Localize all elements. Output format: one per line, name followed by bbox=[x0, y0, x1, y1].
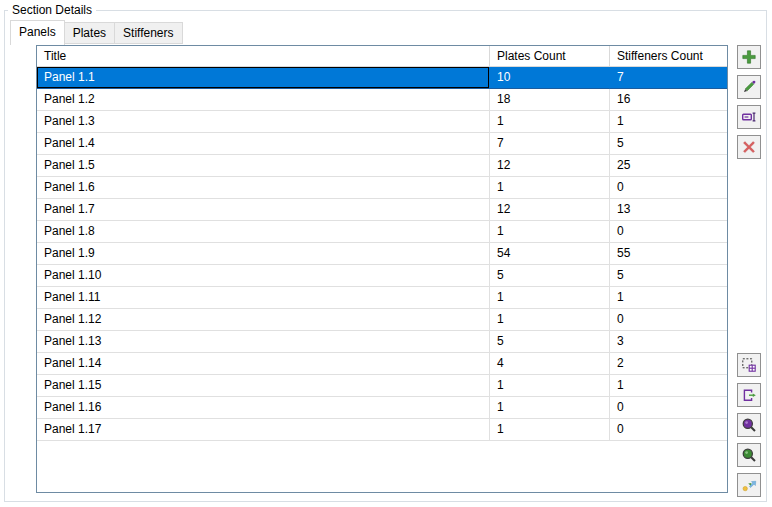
cell-stiffeners[interactable]: 1 bbox=[610, 111, 727, 133]
table-row[interactable]: Panel 1.610 bbox=[37, 177, 727, 199]
table-row[interactable]: Panel 1.71213 bbox=[37, 199, 727, 221]
export-arrow-icon bbox=[741, 387, 757, 403]
table-row[interactable]: Panel 1.311 bbox=[37, 111, 727, 133]
table-row[interactable]: Panel 1.1353 bbox=[37, 331, 727, 353]
tab-stiffeners[interactable]: Stiffeners bbox=[115, 22, 182, 44]
cell-title[interactable]: Panel 1.5 bbox=[37, 155, 490, 177]
cell-plates[interactable]: 7 bbox=[490, 133, 610, 155]
edit-button[interactable] bbox=[737, 75, 761, 99]
delete-button[interactable] bbox=[737, 135, 761, 159]
cell-stiffeners[interactable]: 55 bbox=[610, 243, 727, 265]
cell-plates[interactable]: 1 bbox=[490, 419, 610, 441]
cell-title[interactable]: Panel 1.16 bbox=[37, 397, 490, 419]
rename-text-cursor-icon bbox=[741, 109, 757, 125]
cell-title[interactable]: Panel 1.4 bbox=[37, 133, 490, 155]
table-row[interactable]: Panel 1.475 bbox=[37, 133, 727, 155]
cell-stiffeners[interactable]: 0 bbox=[610, 309, 727, 331]
cell-stiffeners[interactable]: 2 bbox=[610, 353, 727, 375]
cell-stiffeners[interactable]: 13 bbox=[610, 199, 727, 221]
cell-plates[interactable]: 1 bbox=[490, 375, 610, 397]
magnifier-green-icon bbox=[741, 447, 757, 463]
cell-plates[interactable]: 1 bbox=[490, 111, 610, 133]
cell-title[interactable]: Panel 1.17 bbox=[37, 419, 490, 441]
zoom-fit-button[interactable] bbox=[737, 443, 761, 467]
cell-plates[interactable]: 1 bbox=[490, 397, 610, 419]
cell-stiffeners[interactable]: 16 bbox=[610, 89, 727, 111]
cell-title[interactable]: Panel 1.13 bbox=[37, 331, 490, 353]
cell-stiffeners[interactable]: 25 bbox=[610, 155, 727, 177]
cell-plates[interactable]: 1 bbox=[490, 309, 610, 331]
cell-stiffeners[interactable]: 0 bbox=[610, 221, 727, 243]
column-header-plates-count[interactable]: Plates Count bbox=[490, 46, 610, 67]
cell-title[interactable]: Panel 1.14 bbox=[37, 353, 490, 375]
pencil-icon bbox=[741, 79, 757, 95]
cell-stiffeners[interactable]: 5 bbox=[610, 133, 727, 155]
groupbox-title: Section Details bbox=[8, 3, 96, 17]
select-region-button[interactable] bbox=[737, 353, 761, 377]
cell-stiffeners[interactable]: 1 bbox=[610, 287, 727, 309]
cell-plates[interactable]: 4 bbox=[490, 353, 610, 375]
cell-title[interactable]: Panel 1.15 bbox=[37, 375, 490, 397]
tab-plates[interactable]: Plates bbox=[65, 22, 115, 44]
cell-stiffeners[interactable]: 3 bbox=[610, 331, 727, 353]
column-header-title[interactable]: Title bbox=[37, 46, 490, 67]
cell-title[interactable]: Panel 1.11 bbox=[37, 287, 490, 309]
rename-button[interactable] bbox=[737, 105, 761, 129]
table-row[interactable]: Panel 1.1107 bbox=[37, 67, 727, 89]
table-row[interactable]: Panel 1.1511 bbox=[37, 375, 727, 397]
cell-stiffeners[interactable]: 1 bbox=[610, 375, 727, 397]
cell-title[interactable]: Panel 1.1 bbox=[37, 67, 490, 89]
cell-stiffeners[interactable]: 0 bbox=[610, 397, 727, 419]
selection-grid-icon bbox=[741, 357, 757, 373]
cell-title[interactable]: Panel 1.7 bbox=[37, 199, 490, 221]
cell-plates[interactable]: 10 bbox=[490, 67, 610, 89]
tab-panels[interactable]: Panels bbox=[10, 20, 65, 45]
add-button[interactable] bbox=[737, 45, 761, 69]
table-row[interactable]: Panel 1.1442 bbox=[37, 353, 727, 375]
cell-title[interactable]: Panel 1.2 bbox=[37, 89, 490, 111]
table-row[interactable]: Panel 1.95455 bbox=[37, 243, 727, 265]
cell-plates[interactable]: 5 bbox=[490, 265, 610, 287]
section-details-panel: Section Details PanelsPlatesStiffeners T… bbox=[0, 0, 772, 507]
export-button[interactable] bbox=[737, 383, 761, 407]
cell-title[interactable]: Panel 1.3 bbox=[37, 111, 490, 133]
column-header-stiffeners-count[interactable]: Stiffeners Count bbox=[610, 46, 727, 67]
cell-title[interactable]: Panel 1.10 bbox=[37, 265, 490, 287]
table-row[interactable]: Panel 1.1210 bbox=[37, 309, 727, 331]
table-header-row: Title Plates Count Stiffeners Count bbox=[37, 46, 727, 67]
cell-title[interactable]: Panel 1.6 bbox=[37, 177, 490, 199]
plus-icon bbox=[741, 49, 757, 65]
statistics-button[interactable] bbox=[737, 473, 761, 497]
magnifier-purple-icon bbox=[741, 417, 757, 433]
cell-stiffeners[interactable]: 0 bbox=[610, 419, 727, 441]
panels-table: Title Plates Count Stiffeners Count Pane… bbox=[36, 45, 728, 493]
cell-plates[interactable]: 1 bbox=[490, 221, 610, 243]
cell-title[interactable]: Panel 1.8 bbox=[37, 221, 490, 243]
cell-plates[interactable]: 1 bbox=[490, 177, 610, 199]
cell-title[interactable]: Panel 1.12 bbox=[37, 309, 490, 331]
cell-plates[interactable]: 18 bbox=[490, 89, 610, 111]
table-row[interactable]: Panel 1.1610 bbox=[37, 397, 727, 419]
table-row[interactable]: Panel 1.1710 bbox=[37, 419, 727, 441]
cell-plates[interactable]: 1 bbox=[490, 287, 610, 309]
zoom-selection-button[interactable] bbox=[737, 413, 761, 437]
delete-x-icon bbox=[741, 139, 757, 155]
cell-stiffeners[interactable]: 0 bbox=[610, 177, 727, 199]
cell-stiffeners[interactable]: 5 bbox=[610, 265, 727, 287]
cell-plates[interactable]: 54 bbox=[490, 243, 610, 265]
table-row[interactable]: Panel 1.51225 bbox=[37, 155, 727, 177]
cell-plates[interactable]: 12 bbox=[490, 199, 610, 221]
cell-stiffeners[interactable]: 7 bbox=[610, 67, 727, 89]
table-row[interactable]: Panel 1.21816 bbox=[37, 89, 727, 111]
table-row[interactable]: Panel 1.1055 bbox=[37, 265, 727, 287]
chart-arrows-icon bbox=[741, 477, 757, 493]
table-row[interactable]: Panel 1.810 bbox=[37, 221, 727, 243]
cell-plates[interactable]: 12 bbox=[490, 155, 610, 177]
table-body: Panel 1.1107Panel 1.21816Panel 1.311Pane… bbox=[37, 67, 727, 441]
cell-plates[interactable]: 5 bbox=[490, 331, 610, 353]
table-row[interactable]: Panel 1.1111 bbox=[37, 287, 727, 309]
cell-title[interactable]: Panel 1.9 bbox=[37, 243, 490, 265]
tab-strip: PanelsPlatesStiffeners bbox=[10, 20, 183, 45]
